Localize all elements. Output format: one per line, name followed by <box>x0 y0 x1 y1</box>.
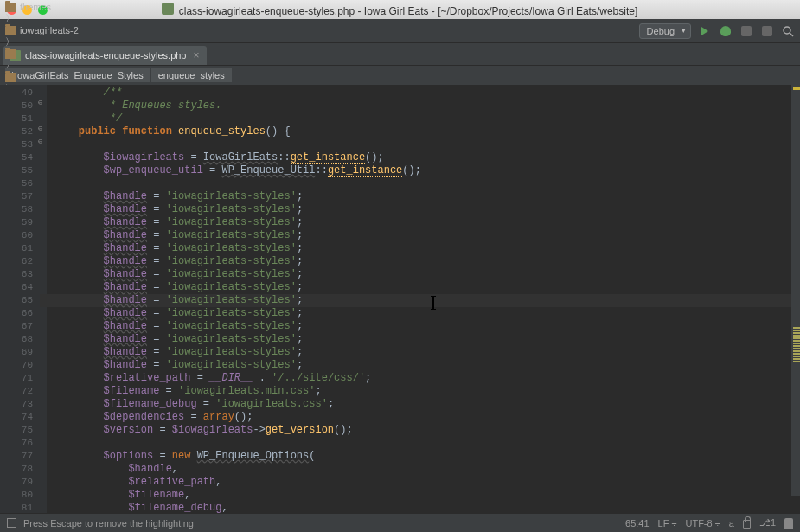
line-number: 53 <box>0 138 33 151</box>
git-branch[interactable]: ⎇1 <box>759 517 776 529</box>
code-line: $handle = 'iowagirleats-styles'; <box>54 281 800 294</box>
code-breadcrumb: \IowaGirlEats_Enqueue_Styles enqueue_sty… <box>0 66 800 85</box>
status-bar: Press Escape to remove the highlighting … <box>0 513 800 532</box>
scroll-warning-mark <box>793 343 800 344</box>
close-tab-icon[interactable]: × <box>193 49 199 61</box>
folder-icon <box>5 26 16 35</box>
code-line: public function enqueue_styles() { <box>54 125 800 138</box>
line-number: 50 <box>0 99 33 112</box>
fold-toggle-icon[interactable]: ⊖ <box>38 98 42 107</box>
line-number: 68 <box>0 333 33 346</box>
code-line: $handle = 'iowagirleats-styles'; <box>54 242 800 255</box>
code-line: */ <box>54 112 800 125</box>
scroll-warning-mark <box>793 353 800 355</box>
code-line: $handle = 'iowagirleats-styles'; <box>54 346 800 359</box>
run-button[interactable] <box>698 24 712 38</box>
line-number: 78 <box>0 463 33 476</box>
code-area[interactable]: /** * Enqueues styles. */ public functio… <box>47 85 800 513</box>
code-line: $version = $iowagirleats->get_version(); <box>54 424 800 437</box>
code-line: $handle = 'iowagirleats-styles'; <box>54 203 800 216</box>
code-line <box>54 177 800 190</box>
code-line: $handle = 'iowagirleats-styles'; <box>54 359 800 372</box>
code-line: $iowagirleats = IowaGirlEats::get_instan… <box>54 151 800 164</box>
status-hint: Press Escape to remove the highlighting <box>23 518 194 529</box>
cursor-position[interactable]: 65:41 <box>625 518 650 529</box>
code-line: $filename, <box>54 489 800 502</box>
navigation-bar: website〉wp-content〉themes〉iowagirleats-2… <box>0 19 800 43</box>
breadcrumb-class[interactable]: \IowaGirlEats_Enqueue_Styles <box>5 68 150 82</box>
scroll-warning-mark <box>793 327 800 329</box>
line-number: 49 <box>0 87 33 99</box>
line-number: 51 <box>0 112 33 125</box>
code-line: $handle, <box>54 463 800 476</box>
breadcrumb-item[interactable]: themes <box>5 2 180 12</box>
scroll-warning-mark <box>793 350 800 352</box>
line-number: 74 <box>0 411 33 424</box>
code-line: $relative_path = __DIR__ . '/../site/css… <box>54 372 800 385</box>
breadcrumb-label: themes <box>20 2 51 12</box>
scroll-warning-mark <box>793 358 800 360</box>
folder-icon <box>5 3 16 12</box>
line-number: 76 <box>0 437 33 450</box>
line-number: 63 <box>0 268 33 281</box>
line-number: 58 <box>0 203 33 216</box>
code-editor[interactable]: 4950515253545556575859606162636465666768… <box>0 85 800 513</box>
line-number: 70 <box>0 359 33 372</box>
fold-toggle-icon[interactable]: ⊖ <box>38 137 42 146</box>
code-line: $options = new WP_Enqueue_Options( <box>54 450 800 463</box>
file-php-icon <box>162 3 174 15</box>
editor-tabs: class-iowagirleats-enqueue-styles.php × <box>0 43 800 66</box>
code-line: $relative_path, <box>54 476 800 489</box>
line-number: 65 <box>0 294 33 307</box>
code-line: $dependencies = array(); <box>54 411 800 424</box>
line-number: 62 <box>0 255 33 268</box>
scroll-warning-mark <box>793 345 800 347</box>
scroll-warning-icon <box>793 87 800 90</box>
breadcrumb-method[interactable]: enqueue_styles <box>151 68 232 82</box>
line-number: 52 <box>0 125 33 138</box>
status-square-icon <box>7 518 16 528</box>
line-number: 71 <box>0 372 33 385</box>
code-line: /** <box>54 87 800 99</box>
code-line: $handle = 'iowagirleats-styles'; <box>54 333 800 346</box>
scroll-warning-mark <box>793 335 800 337</box>
hector-icon[interactable] <box>784 518 793 529</box>
code-line: $handle = 'iowagirleats-styles'; <box>54 320 800 333</box>
line-number: 61 <box>0 242 33 255</box>
folder-icon <box>5 49 16 59</box>
search-button[interactable] <box>781 24 795 38</box>
scroll-warning-mark <box>793 340 800 342</box>
fold-toggle-icon[interactable]: ⊖ <box>38 124 42 133</box>
scroll-warning-mark <box>793 356 800 357</box>
scroll-map[interactable]: /*marks added below*/ <box>791 85 800 496</box>
indent-config-icon[interactable]: a <box>729 518 734 529</box>
code-line: $handle = 'iowagirleats-styles'; <box>54 229 800 242</box>
tab-active[interactable]: class-iowagirleats-enqueue-styles.php × <box>3 46 207 65</box>
tab-label: class-iowagirleats-enqueue-styles.php <box>25 50 186 61</box>
breadcrumb-item[interactable]: iowagirleats-2 <box>5 25 180 35</box>
line-number: 77 <box>0 450 33 463</box>
code-line: * Enqueues styles. <box>54 99 800 112</box>
line-number: 79 <box>0 476 33 489</box>
coverage-button[interactable] <box>739 24 753 38</box>
code-line: $handle = 'iowagirleats-styles'; <box>54 255 800 268</box>
scroll-warning-mark <box>793 337 800 339</box>
line-number: 67 <box>0 320 33 333</box>
chevron-right-icon: 〉 <box>5 13 15 23</box>
svg-line-1 <box>790 33 793 36</box>
line-number: 54 <box>0 151 33 164</box>
svg-point-0 <box>784 27 790 34</box>
line-ending[interactable]: LF ÷ <box>658 518 677 529</box>
file-encoding[interactable]: UTF-8 ÷ <box>685 518 720 529</box>
lock-icon[interactable] <box>743 520 751 529</box>
line-number: 59 <box>0 216 33 229</box>
code-line: $filename = 'iowagirleats.min.css'; <box>54 385 800 398</box>
debug-button[interactable] <box>719 24 733 38</box>
line-number: 57 <box>0 190 33 203</box>
code-line: $handle = 'iowagirleats-styles'; <box>54 190 800 203</box>
run-config-selector[interactable]: Debug <box>639 23 691 39</box>
line-number: 69 <box>0 346 33 359</box>
stop-button <box>760 24 774 38</box>
code-line: $handle = 'iowagirleats-styles'; <box>54 307 800 320</box>
line-number: 73 <box>0 398 33 411</box>
